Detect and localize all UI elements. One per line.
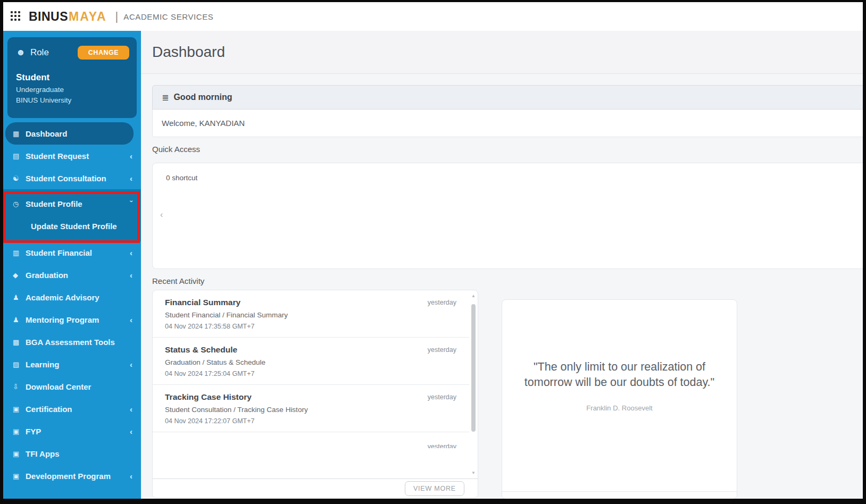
sidebar-item-student-request[interactable]: ▤ Student Request ‹ [3, 145, 141, 167]
activity-age: yesterday [428, 393, 456, 401]
request-doc-icon: ▤ [13, 152, 26, 160]
sidebar-item-label: FYP [26, 427, 41, 436]
sidebar-item-bga-assessment-tools[interactable]: ▩ BGA Assessment Tools [3, 331, 141, 353]
consultation-icon: ☯ [13, 174, 26, 182]
sidebar-item-learning[interactable]: ▨ Learning ‹ [3, 353, 141, 375]
activity-timestamp: 04 Nov 2024 17:35:58 GMT+7 [165, 323, 428, 330]
chevron-left-icon: ‹ [130, 315, 132, 324]
learning-calendar-icon: ▨ [13, 360, 26, 368]
shortcut-count: 0 shortcut [166, 174, 197, 182]
quote-author: Franklin D. Roosevelt [502, 404, 737, 412]
chevron-left-icon: ‹ [130, 271, 132, 280]
sidebar-item-label: Dashboard [26, 129, 67, 138]
briefcase-icon: ▣ [13, 472, 26, 480]
sidebar-item-label: Academic Advisory [26, 293, 99, 302]
role-label: Role [30, 47, 49, 58]
chevron-left-icon: ‹ [130, 360, 132, 369]
sidebar-item-label: Learning [26, 360, 59, 369]
activity-title: Financial Summary [165, 298, 428, 307]
activity-age: yesterday [428, 299, 456, 306]
carousel-prev-icon[interactable]: ‹ [160, 210, 163, 220]
logo-binus[interactable]: BINUS [29, 10, 68, 24]
sidebar-item-development-program[interactable]: ▣ Development Program ‹ [3, 465, 141, 487]
sidebar-item-label: Mentoring Program [26, 315, 99, 324]
change-role-button[interactable]: CHANGE [78, 46, 129, 60]
financial-doc-icon: ▥ [13, 249, 26, 257]
view-more-button[interactable]: VIEW MORE [405, 481, 464, 496]
role-name: Student [16, 72, 129, 83]
activity-path: Student Financial / Financial Summary [165, 311, 428, 319]
activity-title: Tracking Case History [165, 392, 428, 402]
role-card: ☻ Role CHANGE Student Undergraduate BINU… [7, 37, 137, 118]
sidebar-item-update-student-profile[interactable]: Update Student Profile [3, 215, 141, 237]
main-content: Dashboard ≣ Good morning Welcome, KANYAD… [141, 31, 863, 499]
quote-card: "The only limit to our realization of to… [502, 299, 737, 499]
page-header: Dashboard [141, 31, 863, 74]
sidebar-item-label: Update Student Profile [31, 222, 117, 231]
sidebar-item-fyp[interactable]: ▣ FYP ‹ [3, 420, 141, 442]
sidebar-item-graduation[interactable]: ◆ Graduation ‹ [3, 264, 141, 286]
sidebar-item-academic-advisory[interactable]: ♟ Academic Advisory [3, 286, 141, 308]
greeting-panel: ≣ Good morning Welcome, KANYADIAN [152, 85, 863, 137]
chevron-left-icon: ‹ [130, 174, 132, 183]
sidebar-item-student-consultation[interactable]: ☯ Student Consultation ‹ [3, 167, 141, 189]
sidebar-item-label: BGA Assessment Tools [26, 338, 115, 347]
sidebar-item-download-center[interactable]: ⇩ Download Center [3, 375, 141, 398]
role-level: Undergraduate [16, 86, 129, 94]
sidebar-item-student-financial[interactable]: ▥ Student Financial ‹ [3, 241, 141, 264]
chevron-left-icon: ‹ [130, 405, 132, 414]
chevron-left-icon: ‹ [130, 427, 132, 436]
list-item-partial: yesterday [153, 432, 469, 448]
recent-activity-list: Financial Summary Student Financial / Fi… [153, 290, 469, 478]
recent-activity-footer: VIEW MORE [153, 478, 478, 498]
sidebar: ☻ Role CHANGE Student Undergraduate BINU… [3, 31, 141, 499]
role-organization: BINUS University [16, 96, 129, 104]
welcome-message: Welcome, KANYADIAN [162, 119, 245, 128]
scrollbar-thumb[interactable] [471, 304, 476, 432]
sidebar-item-label: Student Request [26, 152, 89, 161]
sidebar-item-label: Graduation [26, 271, 68, 280]
chevron-left-icon: ‹ [130, 152, 132, 161]
list-item[interactable]: Financial Summary Student Financial / Fi… [153, 290, 469, 338]
profile-clock-icon: ◷ [13, 200, 26, 208]
logo-maya[interactable]: MAYA [69, 10, 107, 24]
quick-access-card: 0 shortcut ‹ [152, 163, 863, 269]
sidebar-item-tfi-apps[interactable]: ▣ TFI Apps [3, 442, 141, 465]
chevron-left-icon: ‹ [130, 248, 132, 257]
sidebar-item-label: Development Program [26, 472, 111, 481]
student-profile-expanded-group: ◷ Student Profile ˇ Update Student Profi… [3, 189, 141, 241]
chevron-down-icon: ˇ [130, 199, 132, 208]
sidebar-item-label: TFI Apps [26, 449, 60, 458]
activity-timestamp: 04 Nov 2024 17:25:04 GMT+7 [165, 370, 428, 377]
sidebar-item-certification[interactable]: ▣ Certification ‹ [3, 398, 141, 420]
scroll-up-icon[interactable]: ▲ [470, 293, 477, 298]
advisory-people-icon: ♟ [13, 293, 26, 301]
quote-text: "The only limit to our realization of to… [518, 359, 721, 390]
logo-divider: | [115, 10, 119, 23]
quick-access-label: Quick Access [152, 145, 200, 154]
list-item[interactable]: Tracking Case History Student Consultati… [153, 385, 469, 432]
list-item[interactable]: Status & Schedule Graduation / Status & … [153, 338, 469, 385]
sidebar-menu: ▦ Dashboard ▤ Student Request ‹ ☯ Studen… [3, 122, 141, 487]
activity-timestamp: 04 Nov 2024 17:22:07 GMT+7 [165, 417, 428, 425]
role-face-icon: ☻ [16, 47, 26, 58]
sidebar-item-student-profile[interactable]: ◷ Student Profile ˇ [3, 192, 141, 215]
activity-age: yesterday [428, 443, 456, 448]
sidebar-item-mentoring-program[interactable]: ♟ Mentoring Program ‹ [3, 308, 141, 331]
recent-activity-card: Financial Summary Student Financial / Fi… [152, 290, 478, 498]
sidebar-item-label: Student Profile [26, 199, 82, 208]
sidebar-item-label: Certification [26, 405, 72, 414]
sidebar-item-dashboard[interactable]: ▦ Dashboard [5, 122, 134, 145]
chevron-left-icon: ‹ [130, 472, 132, 481]
app-grid-icon[interactable] [11, 11, 21, 22]
download-icon: ⇩ [13, 383, 26, 391]
dashboard-grid-icon: ▦ [13, 130, 26, 138]
graduation-cap-icon: ◆ [13, 271, 26, 279]
briefcase-icon: ▣ [13, 427, 26, 435]
sidebar-item-label: Download Center [26, 382, 91, 391]
briefcase-icon: ▣ [13, 405, 26, 413]
scrollbar[interactable]: ▲ ▼ [470, 292, 477, 476]
scroll-down-icon[interactable]: ▼ [470, 471, 477, 475]
topbar-subtitle: ACADEMIC SERVICES [123, 12, 213, 21]
greeting-title: Good morning [173, 93, 232, 102]
